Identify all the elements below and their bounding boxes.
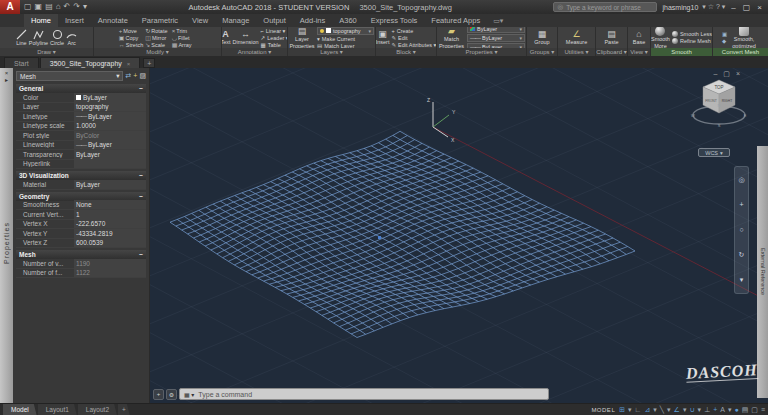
status-icon-8[interactable]: ▾ (683, 404, 687, 415)
base-button[interactable]: ⌂ Base (633, 29, 646, 45)
qat-icon-4[interactable]: ↶ (64, 0, 71, 14)
drawing-canvas[interactable]: ZYX –▢× TOP FRONT RIGHT NESW WCS ▾ ◎+○↻▾… (150, 68, 768, 403)
palette-autohide-icon[interactable]: ▸ (5, 77, 8, 84)
tab-featured-apps[interactable]: Featured Apps (424, 14, 487, 27)
navbar-more-icon[interactable]: ▾ (740, 276, 744, 284)
status-icon-6[interactable]: ▾ (667, 404, 671, 415)
circle-button[interactable]: Circle (50, 29, 64, 46)
status-icon-15[interactable]: ● (734, 404, 738, 415)
property-value[interactable]: ByLayer (74, 180, 146, 189)
property-value[interactable]: ——ByLayer (74, 140, 146, 149)
command-input[interactable]: ▦ ▾ Type a command (179, 388, 549, 400)
wcs-dropdown[interactable]: WCS ▾ (698, 148, 730, 157)
new-layout-button[interactable]: + (118, 404, 130, 415)
linear-button[interactable]: ⌐Linear ▾ (261, 28, 287, 34)
qat-icon-0[interactable]: ▢ (24, 0, 32, 14)
quick-calc-icon[interactable]: ▨ (139, 72, 146, 80)
panel-label-draw[interactable]: Draw ▾ (0, 48, 93, 56)
trim-button[interactable]: ×Trim (172, 28, 196, 34)
status-icon-16[interactable]: ▤ (742, 404, 749, 415)
app-menu-button[interactable]: A (0, 0, 20, 14)
collapse-icon[interactable]: − (139, 171, 143, 180)
status-icon-9[interactable]: ∪ (689, 404, 694, 415)
status-icon-4[interactable]: ▾ (653, 404, 657, 415)
collapse-icon[interactable]: − (139, 192, 143, 201)
panel-label-utilities[interactable]: Utilities ▾ (558, 48, 595, 56)
status-icon-10[interactable]: ▾ (698, 404, 702, 415)
restore-button[interactable]: ▢ (743, 3, 751, 12)
topography-mesh[interactable] (170, 131, 635, 337)
close-button[interactable]: × (757, 3, 762, 12)
smooth-less-button[interactable]: Smooth Less (672, 31, 712, 37)
panel-label-layers[interactable]: Layers ▾ (288, 48, 375, 56)
property-value[interactable]: -222.6570 (74, 219, 146, 228)
property-value[interactable]: 600.0539 (74, 238, 146, 247)
zoom-icon[interactable]: ○ (739, 226, 743, 233)
property-value[interactable]: 1 (74, 210, 146, 219)
panel-label-view[interactable]: View ▾ (628, 48, 650, 56)
object-type-dropdown[interactable]: Mesh ▾ (16, 71, 123, 81)
line-button[interactable]: Line (16, 29, 27, 46)
qat-icon-3[interactable]: ⌂ (56, 0, 61, 14)
stretch-button[interactable]: ↔Stretch (119, 42, 143, 48)
status-icon-1[interactable]: ▾ (628, 404, 632, 415)
fillet-button[interactable]: ◡Fillet (172, 34, 196, 41)
minimize-button[interactable]: – (731, 3, 735, 12)
property-value[interactable] (74, 159, 146, 168)
toggle-value-icon[interactable]: ⇄ (125, 72, 131, 80)
bylayer-dropdown-0[interactable]: ByLayer▾ (467, 27, 525, 33)
steering-wheel-icon[interactable]: ◎ (738, 176, 744, 184)
status-icon-5[interactable]: ╲ (660, 404, 664, 415)
mirror-button[interactable]: ◫Mirror (145, 34, 169, 41)
status-icon-12[interactable]: + (713, 404, 717, 415)
compass-E[interactable]: E (744, 113, 747, 118)
dimension-button[interactable]: ↔ Dimension (233, 29, 259, 45)
property-value[interactable]: ByLayer (74, 93, 146, 102)
layout-tab-layout2[interactable]: Layout2 (78, 404, 117, 415)
file-tab-3500_site_topography[interactable]: 3500_Site_Topography× (40, 57, 141, 68)
rotate-button[interactable]: ↻Rotate (145, 27, 169, 34)
edit-attributes-button[interactable]: ✎Edit Attributes ▾ (391, 42, 436, 48)
tab-view[interactable]: View (185, 14, 215, 27)
compass-N[interactable]: N (718, 103, 721, 108)
status-icon-14[interactable]: ▾ (728, 404, 732, 415)
file-tab-start[interactable]: Start (4, 57, 39, 68)
smooth-more-button[interactable]: Smooth More (651, 27, 670, 48)
section-header-general[interactable]: General− (16, 84, 146, 93)
status-icon-17[interactable]: ▢ (751, 404, 758, 415)
panel-label-modify[interactable]: Modify ▾ (94, 48, 221, 56)
panel-label-clipboard[interactable]: Clipboard ▾ (596, 48, 627, 56)
insert-button[interactable]: ▣ Insert (376, 29, 389, 45)
pan-icon[interactable]: + (739, 201, 743, 208)
status-icon-0[interactable]: ⊞ (619, 404, 625, 415)
tab-parametric[interactable]: Parametric (135, 14, 185, 27)
collapse-icon[interactable]: − (139, 84, 143, 93)
property-value[interactable]: 1122 (74, 268, 146, 277)
tab-add-ins[interactable]: Add-ins (293, 14, 332, 27)
status-icon-3[interactable]: ⊿ (644, 404, 650, 415)
command-customize-button[interactable]: + (153, 389, 164, 400)
new-drawing-tab-button[interactable]: + (143, 58, 155, 68)
measure-button[interactable]: ∠ Measure (566, 29, 587, 45)
tablebutton[interactable]: ▦Table (261, 42, 287, 48)
panel-label-block[interactable]: Block ▾ (376, 48, 436, 56)
arc-button[interactable]: Arc (66, 29, 77, 46)
section-header-3d-visualization[interactable]: 3D Visualization− (16, 171, 146, 180)
layout-tab-layout1[interactable]: Layout1 (38, 404, 77, 415)
tab-output[interactable]: Output (256, 14, 293, 27)
palette-title-strip[interactable]: × ▸ Properties (0, 68, 13, 403)
panel-label-properties[interactable]: Properties ▾ (437, 48, 526, 56)
polyline-button[interactable]: Polyline (29, 29, 48, 46)
createbutton[interactable]: +Create (391, 28, 436, 34)
move-button[interactable]: +Move (119, 28, 143, 34)
group-button[interactable]: ▦ Group (534, 29, 549, 45)
collapse-icon[interactable]: − (139, 250, 143, 259)
make-current-button[interactable]: ▾Make Current (317, 36, 374, 42)
status-icon-13[interactable]: A (720, 404, 725, 415)
palette-close-icon[interactable]: × (5, 70, 9, 77)
layer-dropdown[interactable]: topography ▾ (317, 27, 374, 35)
layer-properties-button[interactable]: ▤ Layer Properties (289, 27, 315, 48)
navigation-bar[interactable]: ◎+○↻▾ (734, 166, 749, 294)
text-button[interactable]: A Text (222, 29, 231, 45)
signed-in-user[interactable]: jhasming10 (662, 4, 698, 11)
